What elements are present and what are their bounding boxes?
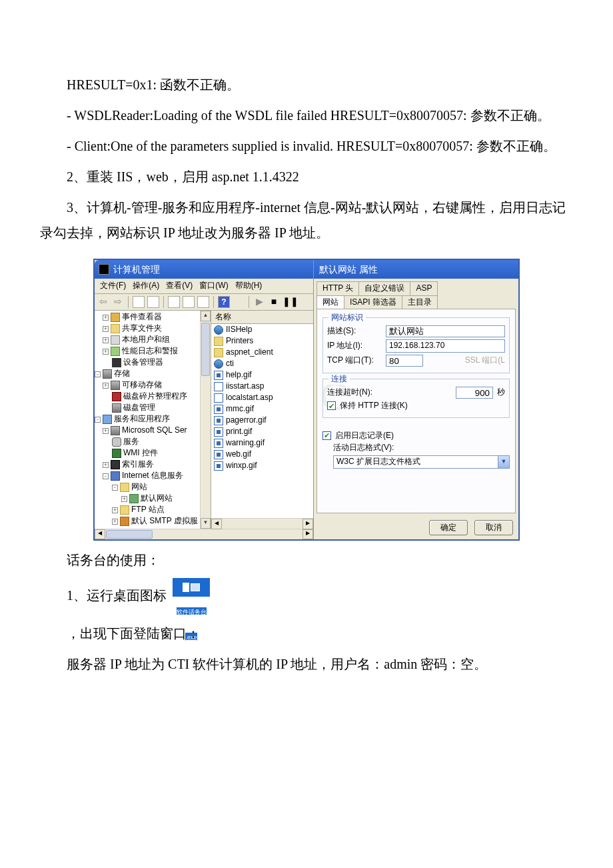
menu-action[interactable]: 操作(A) bbox=[130, 280, 162, 292]
chevron-down-icon[interactable]: ▼ bbox=[498, 456, 509, 468]
scroll-thumb[interactable] bbox=[106, 530, 153, 539]
tcp-port-input[interactable] bbox=[386, 355, 423, 367]
tree-perf[interactable]: 性能日志和警报 bbox=[122, 346, 178, 357]
scroll-left-icon[interactable]: ◀ bbox=[95, 529, 105, 539]
list-item[interactable]: warning.gif bbox=[211, 437, 313, 449]
list-item[interactable]: IISHelp bbox=[211, 324, 313, 335]
mmc-titlebar[interactable]: 计算机管理 bbox=[95, 260, 313, 279]
tree-websites[interactable]: 网站 bbox=[131, 482, 147, 493]
tree-wmi[interactable]: WMI 控件 bbox=[123, 448, 158, 459]
list-item[interactable]: help.gif bbox=[211, 369, 313, 381]
tree-users[interactable]: 本地用户和组 bbox=[122, 335, 170, 345]
tree-horizontal-scrollbar[interactable]: ◀ ▶ bbox=[95, 529, 313, 539]
tab-custom-errors[interactable]: 自定义错误 bbox=[358, 281, 410, 295]
expand-icon[interactable]: + bbox=[103, 337, 109, 343]
list-item[interactable]: winxp.gif bbox=[211, 460, 313, 471]
list-item[interactable]: localstart.asp bbox=[211, 392, 313, 403]
properties-button[interactable] bbox=[168, 296, 180, 308]
expand-icon[interactable]: + bbox=[112, 519, 118, 525]
tree-storage[interactable]: 存储 bbox=[114, 369, 130, 379]
menu-view[interactable]: 查看(V) bbox=[163, 280, 195, 292]
scroll-left-icon[interactable]: ◀ bbox=[211, 519, 222, 529]
scroll-up-icon[interactable]: ▲ bbox=[201, 311, 211, 321]
list-header-name[interactable]: 名称 bbox=[211, 311, 313, 325]
list-item[interactable]: Printers bbox=[211, 335, 313, 347]
tab-website[interactable]: 网站 bbox=[316, 295, 344, 309]
expand-icon[interactable]: + bbox=[112, 507, 118, 513]
services-apps-icon bbox=[103, 415, 112, 424]
expand-icon[interactable]: + bbox=[103, 462, 109, 468]
users-icon bbox=[111, 335, 120, 345]
ip-address-combo[interactable]: 192.168.123.70 bbox=[386, 339, 505, 353]
menu-file[interactable]: 文件(F) bbox=[97, 280, 129, 292]
tab-asp[interactable]: ASP bbox=[410, 281, 438, 295]
expand-icon[interactable]: + bbox=[121, 496, 127, 502]
refresh-button[interactable] bbox=[183, 296, 195, 308]
tab-row-back: HTTP 头 自定义错误 ASP 网站 ISAPI 筛选器 主目录 bbox=[314, 279, 518, 309]
tree-defrag[interactable]: 磁盘碎片整理程序 bbox=[123, 391, 187, 402]
log-format-combo[interactable]: W3C 扩展日志文件格式 ▼ bbox=[333, 455, 510, 469]
ok-button[interactable]: 确定 bbox=[429, 520, 468, 535]
collapse-icon[interactable]: - bbox=[112, 485, 118, 491]
menu-window[interactable]: 窗口(W) bbox=[197, 280, 231, 292]
description-input[interactable] bbox=[386, 325, 505, 337]
timeout-input[interactable] bbox=[456, 387, 493, 399]
tab-http-headers[interactable]: HTTP 头 bbox=[316, 281, 359, 295]
tree-mssql[interactable]: Microsoft SQL Ser bbox=[122, 425, 187, 436]
scroll-right-icon[interactable]: ▶ bbox=[303, 519, 313, 529]
collapse-icon[interactable]: - bbox=[95, 417, 101, 423]
console-tree[interactable]: +事件查看器 +共享文件夹 +本地用户和组 +性能日志和警报 设备管理器 -存储… bbox=[95, 311, 211, 529]
collapse-icon[interactable]: - bbox=[95, 371, 101, 377]
details-list[interactable]: 名称 IISHelpPrintersaspnet_clientctihelp.g… bbox=[211, 311, 313, 529]
tree-removable[interactable]: 可移动存储 bbox=[122, 380, 162, 391]
scroll-down-icon[interactable]: ▼ bbox=[201, 518, 211, 529]
scroll-thumb[interactable] bbox=[201, 323, 210, 376]
mssql-icon bbox=[111, 426, 120, 435]
export-button[interactable] bbox=[197, 296, 209, 308]
tree-services-apps[interactable]: 服务和应用程序 bbox=[114, 414, 170, 425]
list-item[interactable]: web.gif bbox=[211, 449, 313, 460]
tree-device[interactable]: 设备管理器 bbox=[123, 357, 163, 368]
tree-default-site[interactable]: 默认网站 bbox=[141, 493, 173, 504]
pause-button[interactable]: ❚❚ bbox=[283, 296, 295, 308]
list-item[interactable]: aspnet_client bbox=[211, 347, 313, 358]
expand-icon[interactable]: + bbox=[103, 326, 109, 332]
expand-icon[interactable]: + bbox=[103, 315, 109, 321]
menu-help[interactable]: 帮助(H) bbox=[233, 280, 265, 292]
tree-shared[interactable]: 共享文件夹 bbox=[122, 323, 162, 334]
list-item-label: Printers bbox=[226, 336, 253, 347]
tree-services[interactable]: 服务 bbox=[123, 437, 139, 447]
stop-button[interactable]: ■ bbox=[268, 296, 280, 308]
nav-back-button[interactable]: ⇦ bbox=[97, 296, 109, 308]
list-item[interactable]: iisstart.asp bbox=[211, 381, 313, 392]
tree-index[interactable]: 索引服务 bbox=[122, 459, 154, 470]
show-hide-button[interactable] bbox=[147, 296, 159, 308]
tab-isapi[interactable]: ISAPI 筛选器 bbox=[344, 295, 402, 309]
tree-vertical-scrollbar[interactable]: ▲ ▼ bbox=[200, 311, 211, 529]
expand-icon[interactable]: + bbox=[103, 383, 109, 389]
scroll-right-icon[interactable]: ▶ bbox=[303, 529, 313, 539]
list-horizontal-scrollbar[interactable]: ◀ ▶ bbox=[211, 518, 313, 529]
list-item[interactable]: cti bbox=[211, 358, 313, 369]
nav-forward-button[interactable]: ⇨ bbox=[112, 296, 124, 308]
tree-iis[interactable]: Internet 信息服务 bbox=[122, 471, 183, 481]
expand-icon[interactable]: + bbox=[103, 428, 109, 434]
expand-icon[interactable]: + bbox=[103, 349, 109, 355]
collapse-icon[interactable]: - bbox=[103, 473, 109, 479]
tree-diskmgmt[interactable]: 磁盘管理 bbox=[123, 403, 155, 413]
enable-logging-checkbox[interactable]: ✔ bbox=[322, 431, 331, 440]
tree-smtp[interactable]: 默认 SMTP 虚拟服 bbox=[131, 516, 198, 527]
play-button[interactable]: ▶ bbox=[253, 296, 265, 308]
help-button[interactable]: ? bbox=[218, 296, 230, 308]
tree-ftp[interactable]: FTP 站点 bbox=[131, 505, 165, 515]
tab-home-dir[interactable]: 主目录 bbox=[402, 295, 438, 309]
list-item[interactable]: mmc.gif bbox=[211, 403, 313, 415]
list-item-label: aspnet_client bbox=[226, 347, 273, 358]
dialog-titlebar[interactable]: 默认网站 属性 bbox=[314, 260, 518, 279]
tree-event-viewer[interactable]: 事件查看器 bbox=[122, 312, 162, 323]
up-button[interactable] bbox=[133, 296, 145, 308]
list-item[interactable]: print.gif bbox=[211, 426, 313, 437]
list-item[interactable]: pagerror.gif bbox=[211, 415, 313, 426]
keepalive-checkbox[interactable]: ✔ bbox=[327, 401, 336, 410]
cancel-button[interactable]: 取消 bbox=[474, 520, 513, 535]
